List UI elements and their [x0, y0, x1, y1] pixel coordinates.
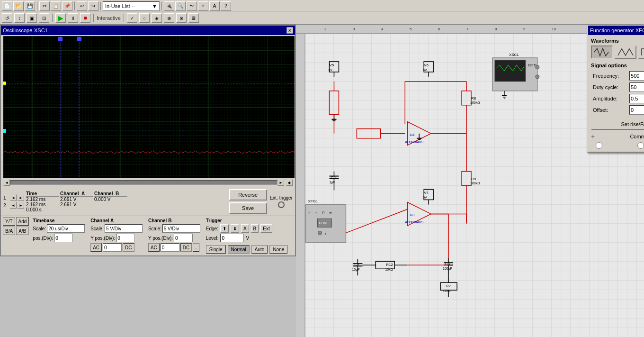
offset-input[interactable]	[629, 105, 644, 115]
ab-btn[interactable]: A/B	[16, 227, 28, 235]
chb-val-input[interactable]	[161, 243, 179, 252]
duty-cycle-input[interactable]	[629, 82, 644, 92]
osc-close-button[interactable]: ✕	[286, 27, 293, 34]
normal-btn[interactable]: Normal	[228, 245, 250, 254]
single-btn[interactable]: Single	[206, 245, 226, 254]
yt-btn[interactable]: Y/T	[3, 217, 15, 226]
post-btn[interactable]: ◈	[152, 13, 162, 23]
trigger-rise-btn[interactable]: ⬆	[220, 224, 229, 233]
log-btn[interactable]: ≣	[188, 13, 199, 23]
rotate-btn[interactable]: ↺	[2, 13, 12, 23]
cursor1-left-btn[interactable]: ◄	[10, 194, 17, 201]
flip-btn[interactable]: ↕	[14, 13, 25, 23]
chb-minus-btn[interactable]: -	[193, 243, 199, 252]
cha-ac-btn[interactable]: AC	[90, 243, 102, 252]
osc-title: Oscilloscope-XSC1	[3, 27, 48, 33]
component-btn[interactable]: 🔌	[164, 1, 174, 11]
chb-scale-input[interactable]	[162, 224, 200, 233]
sine-wave-icon	[593, 47, 610, 57]
save-btn[interactable]: 💾	[25, 1, 35, 11]
timebase-pos-input[interactable]	[54, 234, 73, 242]
ba-btn[interactable]: B/A	[3, 227, 15, 235]
undo-btn[interactable]: ↩	[77, 1, 87, 11]
ext-trigger-circle	[278, 201, 285, 208]
osc-screen	[3, 36, 295, 178]
osc-expand-btn[interactable]: ◆	[286, 179, 293, 186]
sine-wave-btn[interactable]	[591, 46, 613, 59]
svg-text:8: 8	[495, 27, 497, 31]
svg-text:4: 4	[381, 27, 384, 31]
group-btn[interactable]: ▣	[27, 13, 37, 23]
chb-dc-btn[interactable]: DC	[180, 243, 192, 252]
timebase-scale-input[interactable]	[47, 224, 85, 233]
chb-ypos-input[interactable]	[174, 234, 193, 242]
toolbar-row2: ↺ ↕ ▣ ⊡ ▶ ⏸ ■ Interactive ✓ ○ ◈ ⊕ ⊗ ≣	[0, 12, 644, 24]
amplitude-input[interactable]	[629, 94, 644, 103]
reverse-button[interactable]: Reverse	[229, 189, 267, 200]
frequency-input[interactable]	[629, 71, 644, 81]
label-btn[interactable]: A	[209, 1, 220, 11]
fg-plus-radio[interactable]	[596, 142, 602, 149]
scroll-left-btn[interactable]: ◄	[3, 179, 10, 186]
svg-text:7: 7	[466, 27, 469, 31]
svg-text:10: 10	[552, 27, 556, 31]
chb-ac-btn[interactable]: AC	[148, 243, 160, 252]
trigger-a-btn[interactable]: A	[241, 224, 249, 233]
none-btn[interactable]: None	[269, 245, 287, 254]
stop-button[interactable]: ■	[80, 13, 90, 23]
meas-btn[interactable]: ⊕	[164, 13, 174, 23]
dropdown-arrow: ▼	[152, 3, 157, 9]
rise-fall-btn[interactable]: Set rise/Fall time	[591, 118, 644, 130]
scroll-right-btn[interactable]: ►	[277, 179, 284, 186]
bus-btn[interactable]: ≡	[198, 1, 208, 11]
svg-text:100kΩ: 100kΩ	[470, 182, 480, 185]
trigger-b-btn[interactable]: B	[251, 224, 259, 233]
fg-radio-row	[591, 142, 644, 149]
meas-chb-col: Channel_B 0.000 V	[94, 191, 127, 212]
in-use-list-dropdown[interactable]: In-Use List -- ▼	[103, 1, 160, 11]
t2t1-time: 0.000 s	[26, 207, 59, 212]
fg-plus-label: +	[591, 133, 595, 140]
ref-btn[interactable]: ○	[139, 13, 150, 23]
paste-btn[interactable]: 📌	[62, 1, 72, 11]
cha-dc-btn[interactable]: DC	[123, 243, 134, 252]
ruler-v-svg	[296, 34, 305, 337]
trigger-mode-row: Single Normal Auto None	[206, 245, 288, 254]
osc-scrollbar[interactable]	[10, 180, 277, 185]
cursor1-right-btn[interactable]: ►	[18, 194, 24, 201]
save-button[interactable]: Save	[229, 202, 267, 214]
redo-btn[interactable]: ↪	[88, 1, 98, 11]
play-button[interactable]: ▶	[55, 13, 66, 23]
trigger-fall-btn[interactable]: ⬇	[231, 224, 239, 233]
auto-btn[interactable]: Auto	[251, 245, 268, 254]
copy-btn[interactable]: 📋	[51, 1, 61, 11]
svg-point-106	[318, 231, 322, 235]
square-wave-icon	[641, 47, 644, 57]
ungroup-btn[interactable]: ⊡	[39, 13, 49, 23]
trigger-level-input[interactable]	[220, 234, 244, 242]
trigger-level-row: Level: V	[206, 234, 288, 242]
cha-val-input[interactable]	[103, 243, 122, 252]
new-btn[interactable]: 📄	[2, 1, 12, 11]
probe-meas-btn[interactable]: ⊗	[176, 13, 187, 23]
pause-button[interactable]: ⏸	[68, 13, 78, 23]
open-btn[interactable]: 📂	[13, 1, 24, 11]
probe-btn[interactable]: 🔍	[175, 1, 186, 11]
svg-text:R7: R7	[446, 284, 451, 288]
cha-scale-input[interactable]	[105, 224, 143, 233]
add-btn[interactable]: Add	[16, 217, 29, 226]
cut-btn[interactable]: ✂	[39, 1, 50, 11]
waveform-row	[591, 46, 644, 59]
fg-com-radio[interactable]	[637, 142, 644, 149]
svg-text:100kΩ: 100kΩ	[470, 101, 480, 104]
cha-ypos-input[interactable]	[116, 234, 135, 242]
osc-scrollbar-area: ◄ ► ◆	[3, 179, 293, 186]
cursor2-right-btn[interactable]: ►	[18, 202, 24, 209]
triangle-wave-btn[interactable]	[615, 46, 636, 59]
help-btn[interactable]: ?	[221, 1, 231, 11]
trigger-ext-btn[interactable]: Ext	[260, 224, 272, 233]
square-wave-btn[interactable]	[638, 46, 644, 59]
wire-btn[interactable]: 〜	[187, 1, 197, 11]
cursor2-left-btn[interactable]: ◄	[10, 202, 17, 209]
grapher-btn[interactable]: ✓	[127, 13, 137, 23]
